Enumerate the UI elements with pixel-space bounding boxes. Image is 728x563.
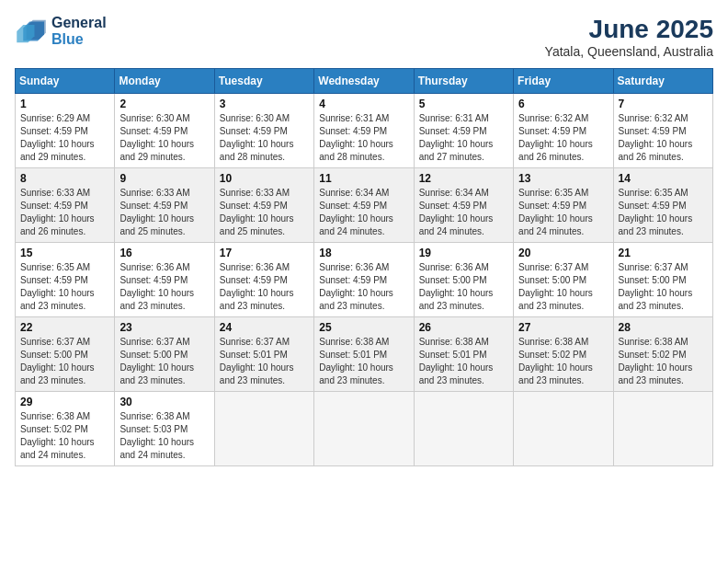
day-info: Sunrise: 6:36 AM Sunset: 4:59 PM Dayligh… (220, 261, 309, 313)
day-info: Sunrise: 6:34 AM Sunset: 4:59 PM Dayligh… (319, 187, 408, 238)
day-info: Sunrise: 6:37 AM Sunset: 5:00 PM Dayligh… (619, 261, 708, 313)
table-row: 1Sunrise: 6:29 AM Sunset: 4:59 PM Daylig… (16, 94, 115, 168)
table-row: 8Sunrise: 6:33 AM Sunset: 4:59 PM Daylig… (16, 168, 115, 243)
day-number: 13 (518, 172, 608, 185)
table-row: 30Sunrise: 6:38 AM Sunset: 5:03 PM Dayli… (115, 392, 214, 466)
day-info: Sunrise: 6:38 AM Sunset: 5:02 PM Dayligh… (619, 336, 708, 387)
day-info: Sunrise: 6:30 AM Sunset: 4:59 PM Dayligh… (220, 112, 309, 164)
day-info: Sunrise: 6:37 AM Sunset: 5:00 PM Dayligh… (119, 336, 209, 387)
table-row: 27Sunrise: 6:38 AM Sunset: 5:02 PM Dayli… (514, 317, 613, 392)
calendar-header-row: Sunday Monday Tuesday Wednesday Thursday… (16, 69, 713, 94)
day-info: Sunrise: 6:38 AM Sunset: 5:01 PM Dayligh… (319, 336, 408, 387)
col-tuesday: Tuesday (214, 69, 313, 94)
table-row: 26Sunrise: 6:38 AM Sunset: 5:01 PM Dayli… (414, 317, 513, 392)
day-number: 3 (220, 98, 309, 110)
day-info: Sunrise: 6:38 AM Sunset: 5:03 PM Dayligh… (119, 410, 209, 462)
table-row: 4Sunrise: 6:31 AM Sunset: 4:59 PM Daylig… (314, 94, 414, 168)
day-number: 30 (119, 396, 209, 408)
table-row: 19Sunrise: 6:36 AM Sunset: 5:00 PM Dayli… (414, 243, 513, 317)
day-number: 14 (619, 172, 708, 185)
logo: General Blue (15, 15, 107, 48)
col-friday: Friday (514, 69, 613, 94)
col-wednesday: Wednesday (314, 69, 414, 94)
table-row: 12Sunrise: 6:34 AM Sunset: 4:59 PM Dayli… (414, 168, 513, 243)
col-monday: Monday (115, 69, 214, 94)
day-info: Sunrise: 6:31 AM Sunset: 4:59 PM Dayligh… (419, 112, 508, 164)
day-number: 16 (119, 247, 209, 259)
table-row (514, 392, 613, 466)
table-row (214, 392, 313, 466)
day-number: 11 (319, 172, 408, 185)
day-number: 23 (119, 321, 209, 334)
day-number: 18 (319, 247, 408, 259)
table-row: 6Sunrise: 6:32 AM Sunset: 4:59 PM Daylig… (514, 94, 613, 168)
day-number: 5 (419, 98, 508, 110)
table-row: 15Sunrise: 6:35 AM Sunset: 4:59 PM Dayli… (16, 243, 115, 317)
day-number: 29 (20, 396, 109, 408)
header: General Blue June 2025 Yatala, Queenslan… (15, 15, 713, 59)
table-row (314, 392, 414, 466)
day-info: Sunrise: 6:37 AM Sunset: 5:00 PM Dayligh… (20, 336, 109, 387)
col-thursday: Thursday (414, 69, 513, 94)
day-number: 21 (619, 247, 708, 259)
calendar-row: 15Sunrise: 6:35 AM Sunset: 4:59 PM Dayli… (16, 243, 713, 317)
day-info: Sunrise: 6:32 AM Sunset: 4:59 PM Dayligh… (518, 112, 608, 164)
table-row: 17Sunrise: 6:36 AM Sunset: 4:59 PM Dayli… (214, 243, 313, 317)
day-info: Sunrise: 6:30 AM Sunset: 4:59 PM Dayligh… (119, 112, 209, 164)
day-info: Sunrise: 6:37 AM Sunset: 5:00 PM Dayligh… (518, 261, 608, 313)
day-info: Sunrise: 6:31 AM Sunset: 4:59 PM Dayligh… (319, 112, 408, 164)
table-row: 5Sunrise: 6:31 AM Sunset: 4:59 PM Daylig… (414, 94, 513, 168)
table-row: 18Sunrise: 6:36 AM Sunset: 4:59 PM Dayli… (314, 243, 414, 317)
col-sunday: Sunday (16, 69, 115, 94)
day-info: Sunrise: 6:33 AM Sunset: 4:59 PM Dayligh… (119, 187, 209, 238)
calendar-row: 1Sunrise: 6:29 AM Sunset: 4:59 PM Daylig… (16, 94, 713, 168)
day-info: Sunrise: 6:38 AM Sunset: 5:02 PM Dayligh… (20, 410, 109, 462)
day-number: 26 (419, 321, 508, 334)
calendar-row: 8Sunrise: 6:33 AM Sunset: 4:59 PM Daylig… (16, 168, 713, 243)
table-row: 29Sunrise: 6:38 AM Sunset: 5:02 PM Dayli… (16, 392, 115, 466)
day-info: Sunrise: 6:34 AM Sunset: 4:59 PM Dayligh… (419, 187, 508, 238)
day-number: 17 (220, 247, 309, 259)
day-info: Sunrise: 6:33 AM Sunset: 4:59 PM Dayligh… (220, 187, 309, 238)
table-row: 9Sunrise: 6:33 AM Sunset: 4:59 PM Daylig… (115, 168, 214, 243)
day-number: 25 (319, 321, 408, 334)
table-row: 16Sunrise: 6:36 AM Sunset: 4:59 PM Dayli… (115, 243, 214, 317)
day-number: 22 (20, 321, 109, 334)
table-row: 25Sunrise: 6:38 AM Sunset: 5:01 PM Dayli… (314, 317, 414, 392)
table-row: 13Sunrise: 6:35 AM Sunset: 4:59 PM Dayli… (514, 168, 613, 243)
day-number: 9 (119, 172, 209, 185)
table-row: 20Sunrise: 6:37 AM Sunset: 5:00 PM Dayli… (514, 243, 613, 317)
day-info: Sunrise: 6:36 AM Sunset: 5:00 PM Dayligh… (419, 261, 508, 313)
day-info: Sunrise: 6:35 AM Sunset: 4:59 PM Dayligh… (518, 187, 608, 238)
day-number: 24 (220, 321, 309, 334)
day-number: 1 (20, 98, 109, 110)
day-info: Sunrise: 6:38 AM Sunset: 5:02 PM Dayligh… (518, 336, 608, 387)
table-row: 10Sunrise: 6:33 AM Sunset: 4:59 PM Dayli… (214, 168, 313, 243)
table-row (613, 392, 712, 466)
day-number: 15 (20, 247, 109, 259)
day-number: 27 (518, 321, 608, 334)
logo-text: General Blue (51, 15, 107, 48)
day-number: 6 (518, 98, 608, 110)
day-number: 10 (220, 172, 309, 185)
table-row: 28Sunrise: 6:38 AM Sunset: 5:02 PM Dayli… (613, 317, 712, 392)
logo-icon (15, 18, 48, 44)
day-info: Sunrise: 6:33 AM Sunset: 4:59 PM Dayligh… (20, 187, 109, 238)
table-row: 21Sunrise: 6:37 AM Sunset: 5:00 PM Dayli… (613, 243, 712, 317)
day-info: Sunrise: 6:32 AM Sunset: 4:59 PM Dayligh… (619, 112, 708, 164)
title-area: June 2025 Yatala, Queensland, Australia (545, 15, 713, 59)
calendar: Sunday Monday Tuesday Wednesday Thursday… (15, 68, 713, 466)
day-number: 2 (119, 98, 209, 110)
day-info: Sunrise: 6:29 AM Sunset: 4:59 PM Dayligh… (20, 112, 109, 164)
day-number: 20 (518, 247, 608, 259)
calendar-row: 22Sunrise: 6:37 AM Sunset: 5:00 PM Dayli… (16, 317, 713, 392)
table-row (414, 392, 513, 466)
col-saturday: Saturday (613, 69, 712, 94)
day-number: 7 (619, 98, 708, 110)
table-row: 7Sunrise: 6:32 AM Sunset: 4:59 PM Daylig… (613, 94, 712, 168)
day-info: Sunrise: 6:36 AM Sunset: 4:59 PM Dayligh… (319, 261, 408, 313)
day-info: Sunrise: 6:35 AM Sunset: 4:59 PM Dayligh… (20, 261, 109, 313)
day-info: Sunrise: 6:38 AM Sunset: 5:01 PM Dayligh… (419, 336, 508, 387)
table-row: 23Sunrise: 6:37 AM Sunset: 5:00 PM Dayli… (115, 317, 214, 392)
table-row: 22Sunrise: 6:37 AM Sunset: 5:00 PM Dayli… (16, 317, 115, 392)
